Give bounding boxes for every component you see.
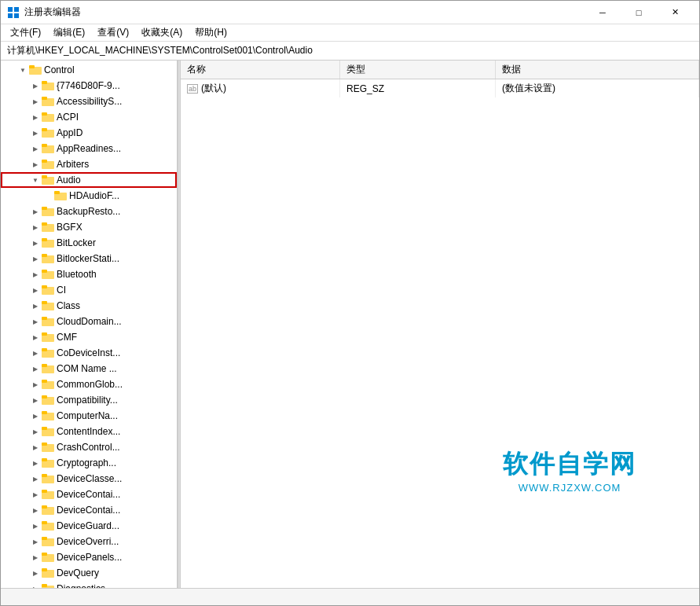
folder-icon-contentindex (42, 426, 54, 437)
tree-item-contentindex[interactable]: ▶ContentIndex... (1, 424, 177, 439)
menu-favorites[interactable]: 收藏夹(A) (135, 24, 189, 41)
expand-btn-acpi[interactable]: ▶ (29, 111, 42, 123)
tree-label-devicepanels: DevicePanels... (57, 552, 122, 563)
expand-btn-deviceoverride[interactable]: ▶ (29, 535, 42, 548)
expand-btn-bitlocker[interactable]: ▶ (29, 237, 42, 249)
expand-btn-audio[interactable]: ▼ (29, 174, 42, 186)
expand-btn-bgfx[interactable]: ▶ (29, 221, 42, 233)
tree-item-computername[interactable]: ▶ComputerNa... (1, 408, 177, 424)
expand-btn-compatibility[interactable]: ▶ (29, 394, 42, 406)
expand-btn-cmf[interactable]: ▶ (29, 331, 42, 343)
menu-file[interactable]: 文件(F) (4, 24, 47, 41)
tree-item-bitlocker[interactable]: ▶BitLocker (1, 235, 177, 251)
tree-item-devicecontainer2[interactable]: ▶DeviceContai... (1, 502, 177, 518)
expand-btn-bitlockerstatus[interactable]: ▶ (29, 252, 42, 265)
expand-btn-computername[interactable]: ▶ (29, 410, 42, 422)
address-bar: 计算机\HKEY_LOCAL_MACHINE\SYSTEM\ControlSet… (1, 42, 699, 61)
expand-btn-contentindex[interactable]: ▶ (29, 425, 42, 438)
maximize-button[interactable]: □ (621, 1, 657, 24)
tree-label-cryptography: Cryptograph... (57, 457, 116, 468)
expand-btn-guid[interactable]: ▶ (29, 79, 42, 92)
folder-icon-devicecontainer2 (42, 505, 54, 516)
tree-item-commonglobal[interactable]: ▶CommonGlob... (1, 376, 177, 392)
tree-item-deviceguard[interactable]: ▶DeviceGuard... (1, 518, 177, 534)
tree-item-compatibility[interactable]: ▶Compatibility... (1, 392, 177, 408)
expand-btn-appreadiness[interactable]: ▶ (29, 142, 42, 155)
menu-edit[interactable]: 编辑(E) (47, 24, 91, 41)
expand-btn-codeviceinstall[interactable]: ▶ (29, 347, 42, 359)
expand-btn-class[interactable]: ▶ (29, 299, 42, 312)
tree-label-backuprestore: BackupResto... (57, 206, 120, 217)
tree-item-accessibility[interactable]: ▶AccessibilityS... (1, 94, 177, 109)
expand-btn-control[interactable]: ▼ (16, 64, 29, 76)
expand-btn-crashcontrol[interactable]: ▶ (29, 441, 42, 454)
tree-item-ci[interactable]: ▶CI (1, 282, 177, 298)
svg-rect-71 (42, 584, 47, 587)
tree-item-backuprestore[interactable]: ▶BackupResto... (1, 204, 177, 219)
tree-label-bgfx: BGFX (57, 222, 82, 233)
expand-btn-devicepanels[interactable]: ▶ (29, 551, 42, 564)
expand-btn-comname[interactable]: ▶ (29, 362, 42, 375)
expand-btn-diagnostics[interactable]: ▶ (29, 582, 42, 588)
tree-label-devquery: DevQuery (57, 567, 99, 578)
tree-item-class[interactable]: ▶Class (1, 298, 177, 314)
menu-help[interactable]: 帮助(H) (189, 24, 233, 41)
tree-item-clouddomainjoin[interactable]: ▶CloudDomain... (1, 314, 177, 329)
tree-label-clouddomainjoin: CloudDomain... (57, 316, 122, 327)
expand-btn-devicecontainer2[interactable]: ▶ (29, 504, 42, 516)
reg-value-icon: ab(默认) (187, 82, 226, 95)
tree-item-appid[interactable]: ▶AppID (1, 125, 177, 141)
tree-item-guid[interactable]: ▶{7746D80F-9... (1, 78, 177, 94)
tree-item-bgfx[interactable]: ▶BGFX (1, 219, 177, 235)
tree-item-audio[interactable]: ▼Audio (1, 172, 177, 188)
expand-btn-devquery[interactable]: ▶ (29, 567, 42, 579)
minimize-button[interactable]: ─ (585, 1, 621, 24)
expand-btn-deviceclasses[interactable]: ▶ (29, 472, 42, 485)
tree-label-deviceclasses: DeviceClasse... (57, 473, 122, 484)
expand-btn-arbiters[interactable]: ▶ (29, 158, 42, 171)
menu-view[interactable]: 查看(V) (91, 24, 135, 41)
svg-rect-61 (42, 505, 47, 509)
expand-btn-deviceguard[interactable]: ▶ (29, 520, 42, 532)
reg-type: REG_SZ (340, 79, 496, 98)
tree-item-arbiters[interactable]: ▶Arbiters (1, 156, 177, 172)
tree-item-acpi[interactable]: ▶ACPI (1, 109, 177, 125)
tree-label-class: Class (57, 300, 80, 311)
expand-btn-commonglobal[interactable]: ▶ (29, 378, 42, 391)
reg-name: ab(默认) (181, 79, 340, 98)
expand-btn-appid[interactable]: ▶ (29, 127, 42, 139)
tree-item-devicecontainer1[interactable]: ▶DeviceContai... (1, 487, 177, 502)
tree-label-deviceoverride: DeviceOverri... (57, 536, 119, 547)
tree-panel[interactable]: ▼Control▶{7746D80F-9...▶AccessibilityS..… (1, 61, 178, 588)
folder-icon-cmf (42, 332, 54, 343)
svg-rect-27 (42, 238, 47, 241)
tree-item-control[interactable]: ▼Control (1, 62, 177, 78)
table-row[interactable]: ab(默认)REG_SZ(数值未设置) (181, 79, 699, 98)
expand-btn-accessibility[interactable]: ▶ (29, 95, 42, 108)
expand-btn-devicecontainer1[interactable]: ▶ (29, 488, 42, 501)
tree-item-diagnostics[interactable]: ▶Diagnostics (1, 581, 177, 588)
expand-btn-cryptography[interactable]: ▶ (29, 457, 42, 469)
tree-item-cmf[interactable]: ▶CMF (1, 329, 177, 345)
tree-item-deviceclasses[interactable]: ▶DeviceClasse... (1, 471, 177, 487)
expand-btn-bluetooth[interactable]: ▶ (29, 268, 42, 281)
tree-item-hdaudiof[interactable]: HDAudioF... (1, 188, 177, 204)
tree-item-crashcontrol[interactable]: ▶CrashControl... (1, 439, 177, 455)
folder-icon-ci (42, 285, 54, 296)
expand-btn-backuprestore[interactable]: ▶ (29, 205, 42, 218)
tree-label-bitlocker: BitLocker (57, 237, 96, 248)
tree-item-codeviceinstall[interactable]: ▶CoDeviceInst... (1, 345, 177, 361)
tree-item-deviceoverride[interactable]: ▶DeviceOverri... (1, 534, 177, 549)
expand-btn-hdaudiof[interactable] (42, 189, 54, 202)
tree-item-bluetooth[interactable]: ▶Bluetooth (1, 266, 177, 282)
expand-btn-ci[interactable]: ▶ (29, 284, 42, 296)
tree-item-cryptography[interactable]: ▶Cryptograph... (1, 455, 177, 471)
folder-icon-acpi (42, 112, 54, 123)
tree-item-devicepanels[interactable]: ▶DevicePanels... (1, 549, 177, 565)
expand-btn-clouddomainjoin[interactable]: ▶ (29, 315, 42, 328)
close-button[interactable]: ✕ (657, 1, 693, 24)
tree-item-appreadiness[interactable]: ▶AppReadines... (1, 141, 177, 156)
tree-item-devquery[interactable]: ▶DevQuery (1, 565, 177, 581)
tree-item-comname[interactable]: ▶COM Name ... (1, 361, 177, 376)
tree-item-bitlockerstatus[interactable]: ▶BitlockerStati... (1, 251, 177, 266)
